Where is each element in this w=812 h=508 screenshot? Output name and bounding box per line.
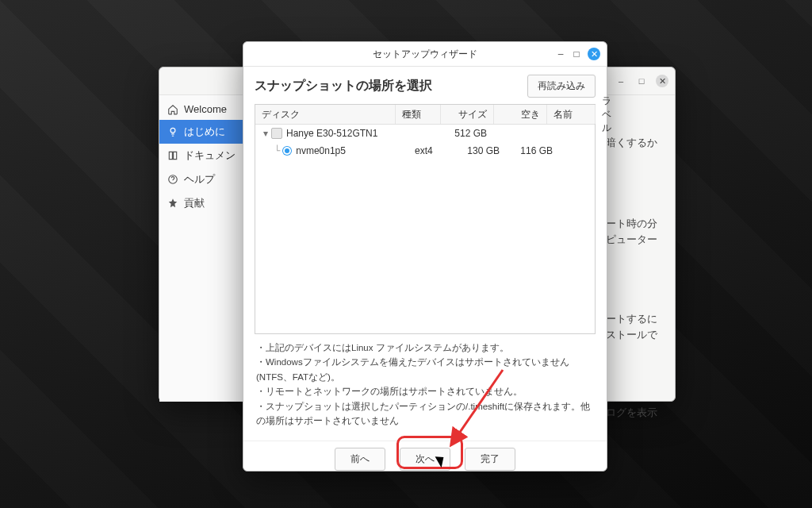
sidebar-item-contribute[interactable]: 貢献 (159, 191, 245, 215)
reload-button[interactable]: 再読み込み (527, 75, 596, 98)
sidebar-item-docs[interactable]: ドキュメン (159, 144, 245, 167)
book-icon (167, 150, 178, 161)
sidebar-item-label: ドキュメン (184, 148, 236, 163)
maximize-button[interactable]: □ (572, 49, 581, 59)
cell-size: 512 GB (441, 125, 494, 142)
cell-type (396, 130, 441, 137)
dialog-notes: 上記のデバイスにはLinux ファイルシステムがあります。 Windowsファイ… (255, 334, 596, 428)
note-line: 上記のデバイスにはLinux ファイルシステムがあります。 (256, 341, 594, 355)
note-line: スナップショットは選択したパーティションの/.timeshiftに保存されます。… (256, 399, 594, 429)
dialog-footer: 前へ 次へ 完了 (243, 441, 607, 482)
welcome-sidebar: Welcome はじめに ドキュメン ヘルプ (159, 95, 246, 402)
col-name[interactable]: 名前 (547, 105, 596, 124)
sidebar-item-help[interactable]: ヘルプ (159, 167, 245, 191)
col-label[interactable]: ラベル (596, 105, 618, 124)
tree-guide-icon: └ (274, 145, 280, 156)
finish-button[interactable]: 完了 (465, 448, 515, 471)
close-button[interactable]: ✕ (656, 75, 668, 87)
dialog-titlebar: セットアップウィザード – □ ✕ (243, 42, 607, 67)
next-button[interactable]: 次へ (400, 448, 450, 471)
table-header: ディスク 種類 サイズ 空き 名前 ラベル (255, 105, 595, 125)
dialog-heading: スナップショットの場所を選択 (255, 78, 432, 94)
maximize-button[interactable]: □ (635, 75, 648, 87)
table-row[interactable]: ▾Hanye E30-512GTN1 512 GB (255, 125, 595, 142)
star-icon (167, 198, 178, 209)
cell-free: 116 GB (507, 142, 560, 160)
minimize-button[interactable]: – (615, 75, 627, 87)
cell-type: ext4 (408, 142, 454, 160)
sidebar-item-welcome[interactable]: Welcome (159, 98, 245, 120)
table-row[interactable]: └nvme0n1p5 ext4 130 GB 116 GB (255, 142, 595, 160)
sidebar-item-getting-started[interactable]: はじめに (159, 120, 245, 144)
col-disk[interactable]: ディスク (255, 105, 396, 124)
device-table: ディスク 種類 サイズ 空き 名前 ラベル ▾Hanye E30-512GTN1… (255, 104, 596, 334)
sidebar-item-label: 貢献 (184, 196, 205, 210)
disk-name: Hanye E30-512GTN1 (286, 128, 377, 139)
prev-button[interactable]: 前へ (335, 448, 385, 471)
help-icon (167, 174, 178, 185)
home-icon (167, 104, 178, 115)
svg-point-0 (170, 128, 175, 133)
col-type[interactable]: 種類 (396, 105, 441, 124)
expand-toggle-icon[interactable]: ▾ (262, 128, 270, 139)
note-line: リモートとネットワークの場所はサポートされていません。 (256, 384, 594, 398)
cell-free (494, 130, 547, 137)
dialog-title: セットアップウィザード (373, 48, 477, 61)
partition-icon (283, 147, 291, 155)
peek-text: 暗くするか (606, 133, 657, 153)
setup-wizard-dialog: セットアップウィザード – □ ✕ スナップショットの場所を選択 再読み込み デ… (243, 41, 607, 471)
minimize-button[interactable]: – (556, 49, 565, 59)
disk-icon (271, 128, 282, 139)
col-free[interactable]: 空き (494, 105, 547, 124)
close-button[interactable]: ✕ (588, 48, 600, 60)
sidebar-item-label: はじめに (184, 125, 225, 139)
note-line: Windowsファイルシステムを備えたデバイスはサポートされていません(NTFS… (256, 355, 594, 384)
bulb-icon (167, 126, 178, 137)
sidebar-item-label: Welcome (184, 103, 227, 115)
partition-name: nvme0n1p5 (296, 145, 346, 156)
sidebar-item-label: ヘルプ (184, 172, 215, 187)
col-size[interactable]: サイズ (441, 105, 494, 124)
cell-size: 130 GB (454, 142, 507, 160)
